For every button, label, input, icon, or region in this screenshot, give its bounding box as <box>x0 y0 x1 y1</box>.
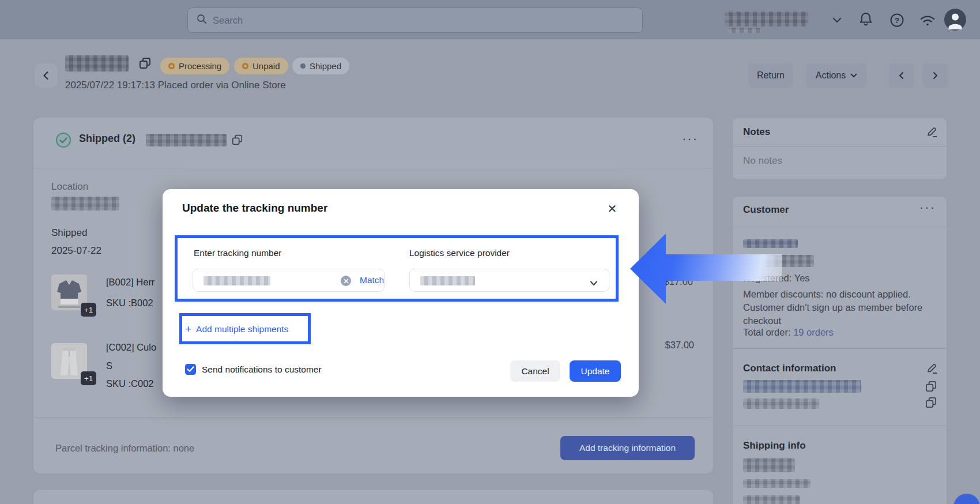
product-name[interactable]: [B002] Herr <box>106 277 154 288</box>
tracking-number-redacted <box>146 134 227 146</box>
badge-label: Unpaid <box>252 61 280 71</box>
store-name-redacted <box>725 12 808 27</box>
parcel-tracking-note: Parcel tracking information: none <box>55 443 194 454</box>
divider <box>33 417 713 418</box>
shipment-title: Shipped (2) <box>79 133 135 145</box>
copy-order-number-icon[interactable] <box>138 57 152 72</box>
search-icon <box>197 14 207 27</box>
order-timestamp: 2025/07/22 19:17:13 Placed order via Onl… <box>65 80 286 91</box>
prev-order-button[interactable] <box>889 63 914 88</box>
annotation-box-tracking-fields <box>175 235 619 302</box>
add-tracking-label: Add tracking information <box>579 443 676 453</box>
wifi-status-icon[interactable] <box>919 14 936 29</box>
modal-title: Update the tracking number <box>182 202 327 215</box>
next-order-button[interactable] <box>922 63 948 88</box>
update-label: Update <box>581 366 610 377</box>
top-bar: ? <box>0 0 980 39</box>
shipment-more-icon[interactable]: ··· <box>682 131 698 146</box>
status-badge-shipped: Shipped <box>292 58 349 74</box>
actions-button[interactable]: Actions <box>806 63 867 88</box>
product-size: S <box>106 360 112 371</box>
product-thumbnail: +1 <box>51 343 87 379</box>
contact-information-title: Contact information <box>743 363 836 374</box>
status-badge-processing: Processing <box>160 58 229 74</box>
product-sku: SKU :C002 <box>106 378 154 389</box>
return-button[interactable]: Return <box>748 63 793 88</box>
divider <box>733 227 947 227</box>
customer-more-icon[interactable]: ··· <box>919 200 936 215</box>
next-section-card <box>33 489 714 504</box>
divider <box>733 146 947 146</box>
badge-label: Shipped <box>310 61 341 71</box>
chevron-left-icon <box>898 72 906 80</box>
add-tracking-information-button[interactable]: Add tracking information <box>560 436 695 460</box>
divider <box>33 168 713 168</box>
copy-phone-icon[interactable] <box>925 396 937 411</box>
processing-status-icon <box>168 63 175 69</box>
shipping-name-redacted <box>743 458 795 472</box>
quantity-badge: +1 <box>81 371 96 385</box>
shipped-status-icon <box>300 63 306 69</box>
divider <box>733 348 947 349</box>
member-discount-text: Member discounts: no discount applied. C… <box>743 288 936 328</box>
quantity-badge: +1 <box>81 303 96 317</box>
edit-contact-icon[interactable] <box>926 363 938 378</box>
back-button[interactable] <box>35 63 58 88</box>
edit-notes-icon[interactable] <box>926 126 938 141</box>
shipped-label: Shipped <box>51 227 87 239</box>
chevron-right-icon <box>931 72 939 80</box>
unpaid-status-icon <box>242 63 248 69</box>
notify-customer-checkbox[interactable] <box>185 364 196 375</box>
check-icon <box>187 366 194 373</box>
search-box[interactable] <box>187 7 643 33</box>
badge-label: Processing <box>179 61 221 71</box>
floating-action-button[interactable] <box>953 494 980 504</box>
customer-name-redacted[interactable] <box>743 239 798 248</box>
customer-phone-redacted <box>743 398 819 409</box>
status-badge-unpaid: Unpaid <box>234 58 288 74</box>
total-orders-link[interactable]: 19 orders <box>793 327 834 337</box>
copy-tracking-icon[interactable] <box>231 134 243 148</box>
notes-title: Notes <box>743 126 770 138</box>
user-avatar[interactable] <box>944 9 966 31</box>
store-switcher-chevron-down-icon[interactable] <box>832 16 842 27</box>
customer-title: Customer <box>743 204 789 216</box>
chevron-down-icon <box>850 73 857 78</box>
help-icon[interactable]: ? <box>889 13 904 30</box>
shipping-line-redacted <box>743 495 800 504</box>
cancel-label: Cancel <box>521 366 549 377</box>
notes-card: Notes No notes <box>732 118 947 180</box>
shipping-line-redacted <box>743 479 811 488</box>
cancel-button[interactable]: Cancel <box>510 360 560 382</box>
notify-customer-label: Send notifications to customer <box>202 364 322 375</box>
store-subtitle-redacted <box>728 28 761 33</box>
customer-card: Customer ··· Registered: Yes Member disc… <box>732 196 947 504</box>
divider <box>733 426 947 426</box>
total-order-row: Total order: 19 orders <box>743 327 834 338</box>
location-label: Location <box>51 181 88 193</box>
annotation-box-add-multiple <box>179 313 311 344</box>
product-price: $37.00 <box>665 340 694 351</box>
total-order-label: Total order: <box>743 327 793 337</box>
shipped-date: 2025-07-22 <box>51 245 101 257</box>
location-value-redacted <box>51 197 119 210</box>
notes-empty-text: No notes <box>743 155 782 167</box>
svg-text:?: ? <box>895 16 899 25</box>
copy-email-icon[interactable] <box>925 380 937 395</box>
order-number-redacted <box>65 55 129 72</box>
actions-button-label: Actions <box>816 70 846 81</box>
close-icon[interactable]: ✕ <box>604 201 620 217</box>
customer-email-redacted <box>743 380 861 393</box>
shipped-check-icon <box>55 132 71 151</box>
shipping-info-title: Shipping info <box>743 440 806 452</box>
notifications-bell-icon[interactable] <box>858 12 873 30</box>
product-thumbnail: +1 <box>51 274 87 310</box>
update-button[interactable]: Update <box>570 360 621 382</box>
product-name[interactable]: [C002] Culo <box>106 342 156 353</box>
return-button-label: Return <box>757 70 785 81</box>
order-detail-page: ? Processing Unpaid Shipped 2025/07/22 1… <box>0 0 980 504</box>
product-sku: SKU :B002 <box>106 298 153 309</box>
search-input[interactable] <box>213 15 642 26</box>
